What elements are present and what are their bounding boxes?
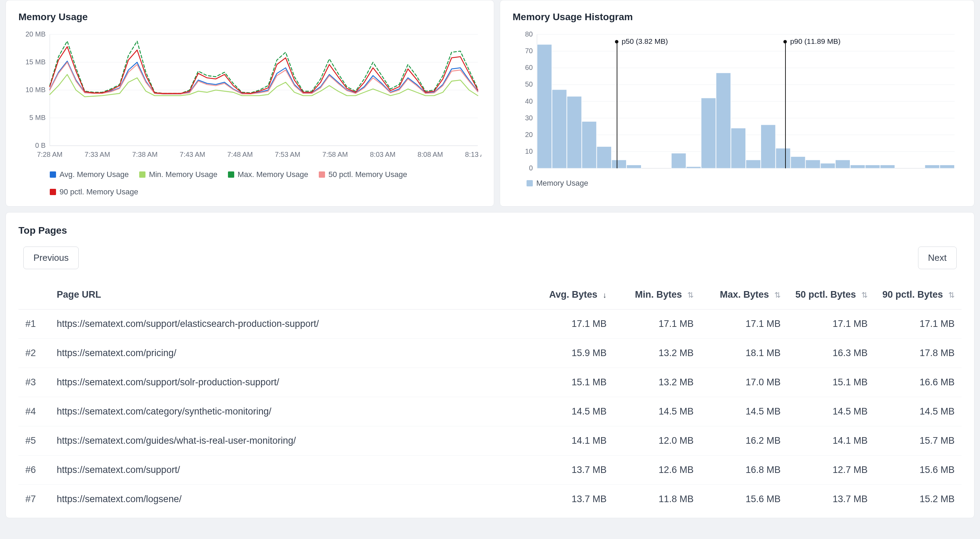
column-header-max[interactable]: Max. Bytes ⇅ bbox=[700, 280, 788, 309]
column-header-p50[interactable]: 50 pctl. Bytes ⇅ bbox=[788, 280, 875, 309]
row-url: https://sematext.com/pricing/ bbox=[50, 339, 527, 368]
memory-usage-legend: Avg. Memory UsageMin. Memory UsageMax. M… bbox=[18, 170, 481, 197]
memory-histogram-chart[interactable]: 01020304050607080 p50 (3.82 MB)p90 (11.8… bbox=[512, 31, 962, 172]
table-row[interactable]: #1https://sematext.com/support/elasticse… bbox=[18, 309, 962, 339]
row-min: 13.2 MB bbox=[614, 368, 700, 397]
svg-rect-54 bbox=[746, 160, 761, 168]
row-p50: 12.7 MB bbox=[788, 455, 875, 485]
row-rank: #5 bbox=[18, 426, 50, 455]
row-url: https://sematext.com/support/solr-produc… bbox=[50, 368, 527, 397]
svg-rect-62 bbox=[865, 165, 880, 168]
column-header-min[interactable]: Min. Bytes ⇅ bbox=[614, 280, 700, 309]
row-avg: 15.9 MB bbox=[527, 339, 614, 368]
svg-text:50: 50 bbox=[525, 80, 533, 88]
memory-histogram-legend: Memory Usage bbox=[512, 179, 962, 188]
legend-label: Avg. Memory Usage bbox=[59, 170, 129, 179]
row-url: https://sematext.com/category/synthetic-… bbox=[50, 397, 527, 426]
table-row[interactable]: #4https://sematext.com/category/syntheti… bbox=[18, 397, 962, 426]
row-p90: 15.7 MB bbox=[875, 426, 962, 455]
column-header-url: Page URL bbox=[50, 280, 527, 309]
legend-item[interactable]: Min. Memory Usage bbox=[139, 170, 218, 179]
row-min: 12.0 MB bbox=[614, 426, 700, 455]
row-avg: 15.1 MB bbox=[527, 368, 614, 397]
svg-text:10 MB: 10 MB bbox=[25, 86, 46, 94]
svg-text:40: 40 bbox=[525, 97, 533, 105]
top-pages-panel: Top Pages Previous Next Page URLAvg. Byt… bbox=[6, 212, 974, 518]
svg-rect-59 bbox=[821, 163, 835, 168]
table-pagination: Previous Next bbox=[23, 247, 957, 269]
row-min: 13.2 MB bbox=[614, 339, 700, 368]
row-url: https://sematext.com/support/elasticsear… bbox=[50, 309, 527, 339]
row-rank: #1 bbox=[18, 309, 50, 339]
svg-rect-47 bbox=[612, 160, 627, 168]
row-p90: 17.1 MB bbox=[875, 309, 962, 339]
row-p90: 14.5 MB bbox=[875, 397, 962, 426]
row-p50: 13.7 MB bbox=[788, 485, 875, 514]
svg-rect-64 bbox=[925, 165, 940, 168]
svg-rect-50 bbox=[686, 166, 701, 168]
row-p50: 14.1 MB bbox=[788, 426, 875, 455]
svg-text:15 MB: 15 MB bbox=[25, 58, 46, 66]
sort-icon: ⇅ bbox=[687, 291, 694, 300]
row-max: 17.0 MB bbox=[700, 368, 788, 397]
svg-rect-52 bbox=[716, 73, 731, 168]
row-avg: 17.1 MB bbox=[527, 309, 614, 339]
row-url: https://sematext.com/logsene/ bbox=[50, 485, 527, 514]
legend-label: Memory Usage bbox=[536, 179, 588, 188]
legend-item[interactable]: Max. Memory Usage bbox=[228, 170, 308, 179]
row-max: 14.5 MB bbox=[700, 397, 788, 426]
svg-text:70: 70 bbox=[525, 47, 533, 55]
svg-rect-65 bbox=[940, 165, 955, 168]
row-url: https://sematext.com/guides/what-is-real… bbox=[50, 426, 527, 455]
row-p50: 14.5 MB bbox=[788, 397, 875, 426]
row-max: 16.2 MB bbox=[700, 426, 788, 455]
legend-item[interactable]: Avg. Memory Usage bbox=[50, 170, 129, 179]
sort-desc-icon: ↓ bbox=[603, 291, 606, 300]
svg-rect-45 bbox=[582, 121, 597, 168]
memory-histogram-panel: Memory Usage Histogram 01020304050607080… bbox=[500, 0, 974, 206]
memory-histogram-title: Memory Usage Histogram bbox=[512, 11, 962, 22]
previous-button[interactable]: Previous bbox=[23, 247, 79, 269]
row-min: 14.5 MB bbox=[614, 397, 700, 426]
column-header-rank bbox=[18, 280, 50, 309]
column-header-avg[interactable]: Avg. Bytes ↓ bbox=[527, 280, 614, 309]
svg-rect-49 bbox=[671, 153, 686, 168]
svg-text:8:08 AM: 8:08 AM bbox=[418, 151, 443, 158]
svg-rect-61 bbox=[851, 165, 865, 168]
legend-label: Min. Memory Usage bbox=[149, 170, 218, 179]
svg-text:5 MB: 5 MB bbox=[29, 114, 46, 121]
row-p50: 15.1 MB bbox=[788, 368, 875, 397]
column-header-p90[interactable]: 90 pctl. Bytes ⇅ bbox=[875, 280, 962, 309]
row-rank: #6 bbox=[18, 455, 50, 485]
svg-text:7:33 AM: 7:33 AM bbox=[84, 151, 110, 158]
table-row[interactable]: #3https://sematext.com/support/solr-prod… bbox=[18, 368, 962, 397]
row-p90: 15.2 MB bbox=[875, 485, 962, 514]
sort-icon: ⇅ bbox=[774, 291, 781, 300]
svg-text:7:28 AM: 7:28 AM bbox=[37, 151, 62, 158]
row-rank: #3 bbox=[18, 368, 50, 397]
row-avg: 14.1 MB bbox=[527, 426, 614, 455]
legend-item[interactable]: 90 pctl. Memory Usage bbox=[50, 187, 138, 197]
row-avg: 13.7 MB bbox=[527, 485, 614, 514]
svg-text:20: 20 bbox=[525, 131, 533, 138]
table-row[interactable]: #5https://sematext.com/guides/what-is-re… bbox=[18, 426, 962, 455]
next-button[interactable]: Next bbox=[918, 247, 957, 269]
row-avg: 13.7 MB bbox=[527, 455, 614, 485]
sort-icon: ⇅ bbox=[861, 291, 868, 300]
table-row[interactable]: #2https://sematext.com/pricing/15.9 MB13… bbox=[18, 339, 962, 368]
legend-item[interactable]: 50 pctl. Memory Usage bbox=[319, 170, 407, 179]
svg-rect-56 bbox=[776, 148, 790, 168]
row-url: https://sematext.com/support/ bbox=[50, 455, 527, 485]
legend-item-memory-usage[interactable]: Memory Usage bbox=[527, 179, 588, 188]
memory-usage-chart[interactable]: 0 B5 MB10 MB15 MB20 MB7:28 AM7:33 AM7:38… bbox=[18, 31, 481, 163]
table-row[interactable]: #6https://sematext.com/support/13.7 MB12… bbox=[18, 455, 962, 485]
svg-text:7:58 AM: 7:58 AM bbox=[322, 151, 348, 158]
svg-rect-60 bbox=[835, 160, 850, 168]
svg-rect-43 bbox=[552, 90, 566, 168]
row-p90: 17.8 MB bbox=[875, 339, 962, 368]
row-p90: 15.6 MB bbox=[875, 455, 962, 485]
row-min: 11.8 MB bbox=[614, 485, 700, 514]
svg-rect-42 bbox=[537, 44, 552, 168]
legend-label: 50 pctl. Memory Usage bbox=[329, 170, 407, 179]
table-row[interactable]: #7https://sematext.com/logsene/13.7 MB11… bbox=[18, 485, 962, 514]
